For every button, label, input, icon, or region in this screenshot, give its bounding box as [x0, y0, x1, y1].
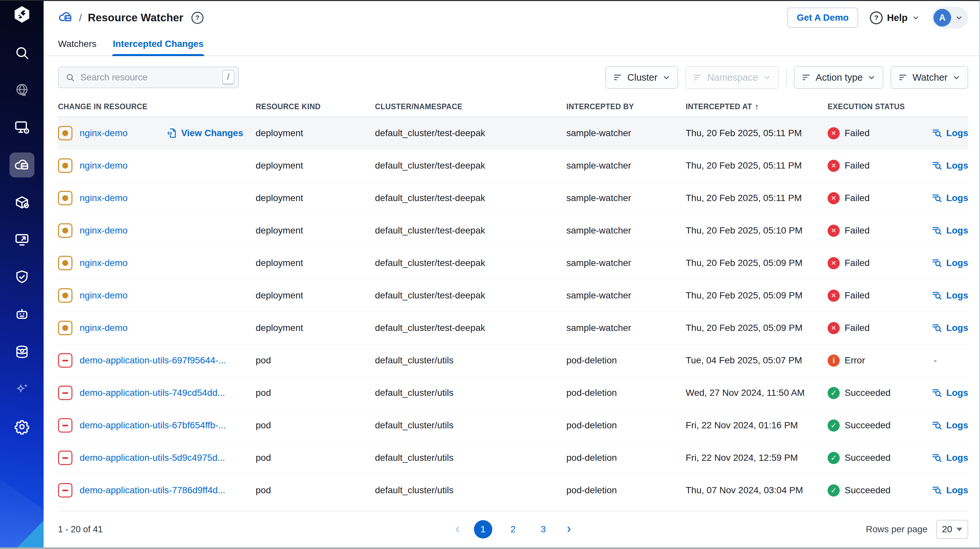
resource-name-link[interactable]: nginx-demo — [80, 128, 127, 139]
resource-change-type-icon — [58, 256, 72, 270]
previous-page-icon[interactable] — [453, 525, 462, 534]
table-row[interactable]: demo-application-utils-67bf654ffb-... po… — [58, 409, 968, 442]
sidebar-item-search[interactable] — [10, 40, 34, 65]
rows-per-page-select[interactable]: 20 — [936, 520, 968, 539]
sidebar-item-deploy[interactable] — [10, 227, 34, 252]
tab-watchers[interactable]: Watchers — [58, 32, 96, 56]
sidebar-item-resource-watcher[interactable] — [10, 153, 34, 177]
user-menu[interactable]: A — [931, 7, 968, 29]
sidebar-item-ai-assistant[interactable] — [10, 377, 34, 402]
table-row[interactable]: demo-application-utils-5d9c4975d... pod … — [58, 442, 968, 474]
resource-name-link[interactable]: nginx-demo — [80, 193, 127, 203]
resource-change-type-icon — [58, 353, 72, 368]
cell-intercepted-at: Tue, 04 Feb 2025, 05:07 PM — [686, 355, 827, 365]
cell-logs: Logs — [928, 322, 968, 334]
cell-execution-status: ✕ Failed — [827, 192, 928, 204]
filter-icon — [801, 72, 811, 82]
logs-link[interactable]: Logs — [931, 290, 968, 301]
log-search-icon — [931, 225, 943, 236]
sidebar-item-resource-browser[interactable] — [10, 115, 34, 140]
resource-name-link[interactable]: nginx-demo — [80, 290, 127, 301]
sidebar-item-stack-manager[interactable] — [10, 340, 34, 364]
sidebar-item-packages[interactable] — [10, 190, 34, 215]
resource-name-link[interactable]: demo-application-utils-67bf654ffb-... — [80, 420, 226, 431]
logs-label: Logs — [946, 420, 968, 431]
logs-link[interactable]: Logs — [931, 322, 968, 334]
page-button-3[interactable]: 3 — [534, 520, 553, 538]
resource-name-link[interactable]: demo-application-utils-697f95644-... — [80, 355, 226, 365]
resource-name-link[interactable]: nginx-demo — [80, 225, 127, 236]
col-execution-status: EXECUTION STATUS — [827, 102, 928, 111]
table-row[interactable]: nginx-demo deployment default_cluster/te… — [58, 182, 968, 214]
page-help-icon[interactable]: ? — [191, 12, 204, 24]
watcher-filter-button[interactable]: Watcher — [891, 66, 968, 89]
resource-change-type-icon — [58, 158, 72, 173]
cell-change-in-resource: demo-application-utils-749cd54dd... — [58, 386, 256, 400]
pagination-bar: 1 - 20 of 41 123 Rows per page 20 — [58, 511, 968, 547]
devtron-logo-icon[interactable] — [13, 5, 32, 24]
sidebar — [0, 1, 44, 547]
logs-link[interactable]: Logs — [931, 128, 968, 139]
search-input[interactable] — [80, 72, 217, 83]
logs-link[interactable]: Logs — [931, 387, 968, 399]
page-button-1[interactable]: 1 — [474, 520, 492, 538]
resource-name-link[interactable]: nginx-demo — [80, 323, 127, 333]
logs-link[interactable]: Logs — [931, 225, 968, 236]
tab-intercepted-changes[interactable]: Intercepted Changes — [113, 32, 204, 56]
resource-name-link[interactable]: demo-application-utils-749cd54dd... — [80, 388, 225, 398]
table-row[interactable]: demo-application-utils-697f95644-... pod… — [58, 344, 968, 377]
content: / Cluster Namespace — [44, 56, 979, 547]
sidebar-item-security[interactable] — [10, 265, 34, 290]
log-search-icon — [931, 290, 943, 301]
action-type-filter-button[interactable]: Action type — [794, 66, 883, 89]
table-row[interactable]: demo-application-utils-7786d9ff4d... pod… — [58, 474, 968, 507]
table-row[interactable]: nginx-demo deployment default_cluster/te… — [58, 279, 968, 312]
logs-label: Logs — [946, 453, 968, 463]
resource-name-link[interactable]: demo-application-utils-7786d9ff4d... — [80, 485, 226, 496]
cluster-filter-button[interactable]: Cluster — [605, 66, 678, 89]
table-row[interactable]: demo-application-utils-749cd54dd... pod … — [58, 377, 968, 409]
sidebar-item-global-overview[interactable] — [10, 78, 34, 103]
status-label: Succeeded — [845, 420, 891, 431]
cell-logs: Logs — [928, 290, 968, 301]
logs-link[interactable]: Logs — [931, 160, 968, 171]
get-demo-button[interactable]: Get A Demo — [787, 8, 858, 28]
table-row[interactable]: nginx-demo deployment default_cluster/te… — [58, 312, 968, 344]
chevron-down-icon — [912, 14, 920, 22]
resource-name-link[interactable]: nginx-demo — [80, 258, 127, 268]
cell-execution-status: ✓ Succeeded — [827, 452, 928, 464]
table-row[interactable]: nginx-demo View Changes deployment defau… — [58, 117, 968, 150]
logs-link[interactable]: Logs — [931, 257, 968, 268]
logs-link[interactable]: Logs — [931, 193, 968, 204]
table-row[interactable]: nginx-demo deployment default_cluster/te… — [58, 214, 968, 247]
sidebar-item-bot[interactable] — [10, 302, 34, 327]
resource-change-type-icon — [58, 223, 72, 238]
next-page-icon[interactable] — [565, 525, 574, 534]
view-changes-link[interactable]: View Changes — [167, 128, 243, 139]
table-header: CHANGE IN RESOURCE RESOURCE KIND CLUSTER… — [58, 97, 968, 117]
help-menu[interactable]: ? Help — [870, 11, 920, 24]
table-row[interactable]: nginx-demo deployment default_cluster/te… — [58, 150, 968, 182]
cell-logs: Logs — [928, 485, 968, 496]
sidebar-item-settings[interactable] — [10, 414, 34, 439]
logs-link[interactable]: Logs — [931, 420, 968, 431]
col-intercepted-at[interactable]: INTERCEPTED AT↑ — [686, 102, 827, 112]
logs-label: Logs — [946, 128, 968, 139]
table-row[interactable]: nginx-demo deployment default_cluster/te… — [58, 247, 968, 279]
cell-change-in-resource: nginx-demo — [58, 191, 256, 205]
cell-intercepted-by: pod-deletion — [566, 388, 686, 398]
breadcrumb-separator: / — [79, 12, 82, 24]
cell-intercepted-by: pod-deletion — [566, 420, 686, 431]
logs-link[interactable]: Logs — [931, 452, 968, 463]
resource-name-link[interactable]: nginx-demo — [80, 160, 127, 171]
breadcrumb: / Resource Watcher ? — [58, 10, 204, 26]
topbar: / Resource Watcher ? Get A Demo ? Help A — [44, 1, 979, 32]
search-box[interactable]: / — [58, 67, 239, 88]
cell-change-in-resource: nginx-demo — [58, 256, 256, 270]
page-button-2[interactable]: 2 — [504, 520, 522, 538]
logs-link[interactable]: Logs — [931, 485, 968, 496]
logs-label: Logs — [946, 388, 968, 398]
resource-watcher-icon[interactable] — [58, 10, 73, 26]
resource-name-link[interactable]: demo-application-utils-5d9c4975d... — [80, 453, 225, 463]
cell-change-in-resource: demo-application-utils-7786d9ff4d... — [58, 483, 256, 498]
